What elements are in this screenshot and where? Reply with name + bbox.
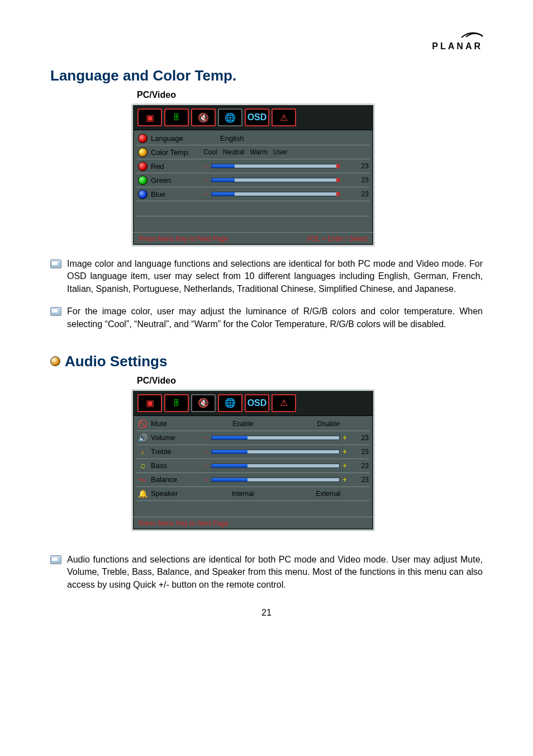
slider-volume[interactable]: − + bbox=[203, 436, 348, 440]
row-bass[interactable]: ♫ Bass − + 23 bbox=[136, 459, 370, 472]
label-blue: Blue bbox=[151, 190, 200, 199]
bass-icon: ♫ bbox=[137, 461, 147, 471]
value-blue: 23 bbox=[353, 190, 369, 198]
plus-icon: + bbox=[342, 434, 348, 442]
opt-warm[interactable]: Warm bbox=[250, 148, 268, 156]
slider-green[interactable]: − + bbox=[203, 178, 348, 182]
tab-info-icon[interactable]: ⚠ bbox=[272, 394, 296, 412]
subhead-pc-video-2: PC/Video bbox=[137, 376, 483, 386]
opt-external[interactable]: External bbox=[316, 490, 340, 498]
minus-icon: − bbox=[203, 434, 209, 442]
tab-picture-icon[interactable]: ▣ bbox=[137, 108, 162, 126]
label-colortemp: Color Temp. bbox=[151, 148, 200, 157]
label-treble: Treble bbox=[151, 447, 200, 456]
osd-audio: ▣ 🎚 🔇 🌐 OSD ⚠ 🚫 Mute Enable Disable 🔊 Vo… bbox=[131, 389, 375, 531]
label-balance: Balance bbox=[151, 475, 200, 484]
value-treble: 23 bbox=[353, 448, 369, 456]
row-mute[interactable]: 🚫 Mute Enable Disable bbox=[136, 417, 370, 431]
osd1-footer-left: Press Menu Key to Next Page bbox=[139, 235, 229, 243]
opt-internal[interactable]: Internal bbox=[231, 490, 254, 498]
slider-bass[interactable]: − + bbox=[203, 464, 348, 468]
value-balance: 23 bbox=[353, 476, 369, 484]
opt-user[interactable]: User bbox=[273, 148, 287, 156]
label-bass: Bass bbox=[151, 461, 200, 470]
value-volume: 23 bbox=[353, 434, 369, 442]
label-green: Green bbox=[151, 176, 200, 185]
section-title-language-color: Language and Color Temp. bbox=[50, 67, 483, 84]
colortemp-options: Cool Neutral Warm User bbox=[203, 148, 369, 156]
sphere-icon bbox=[137, 133, 147, 143]
plus-icon: + bbox=[342, 448, 348, 456]
subhead-pc-video-1: PC/Video bbox=[137, 90, 483, 100]
tab-picture-icon[interactable]: ▣ bbox=[137, 394, 162, 412]
minus-icon: − bbox=[203, 448, 209, 456]
section-bullet-icon bbox=[50, 356, 60, 366]
label-volume: Volume bbox=[151, 433, 200, 442]
volume-icon: 🔊 bbox=[137, 433, 147, 443]
minus-icon: − bbox=[203, 476, 209, 484]
value-green: 23 bbox=[353, 176, 369, 184]
row-treble[interactable]: ♪ Treble − + 23 bbox=[136, 445, 370, 459]
label-speaker: Speaker bbox=[151, 489, 200, 498]
opt-neutral[interactable]: Neutral bbox=[223, 148, 245, 156]
tab-adjust-icon[interactable]: 🎚 bbox=[164, 394, 189, 412]
minus-icon: − bbox=[203, 176, 209, 184]
note-icon bbox=[50, 307, 61, 316]
tab-globe-icon[interactable]: 🌐 bbox=[218, 108, 242, 126]
tab-osd-icon[interactable]: OSD bbox=[245, 108, 269, 126]
page-number: 21 bbox=[50, 608, 483, 618]
paragraph-audio-note: Audio functions and selections are ident… bbox=[67, 554, 483, 591]
value-language: English bbox=[220, 134, 244, 143]
label-red: Red bbox=[151, 162, 200, 171]
tab-audio-icon[interactable]: 🔇 bbox=[191, 394, 216, 412]
brand-text: PLANAR bbox=[432, 41, 483, 51]
row-colortemp[interactable]: Color Temp. Cool Neutral Warm User bbox=[136, 145, 370, 159]
treble-icon: ♪ bbox=[137, 447, 147, 457]
osd2-tabs: ▣ 🎚 🔇 🌐 OSD ⚠ bbox=[133, 391, 373, 416]
balance-icon: ⇋ bbox=[137, 475, 147, 485]
value-bass: 23 bbox=[353, 462, 369, 470]
plus-icon: + bbox=[342, 462, 348, 470]
green-orb-icon bbox=[137, 175, 147, 185]
tab-info-icon[interactable]: ⚠ bbox=[272, 108, 296, 126]
row-red[interactable]: Red − + 23 bbox=[136, 159, 370, 173]
brand-logo: PLANAR bbox=[432, 34, 483, 51]
opt-cool[interactable]: Cool bbox=[203, 148, 217, 156]
slider-red[interactable]: − + bbox=[203, 164, 348, 168]
paragraph-language-note: Image color and language functions and s… bbox=[67, 258, 483, 295]
slider-blue[interactable]: − + bbox=[203, 192, 348, 196]
row-volume[interactable]: 🔊 Volume − + 23 bbox=[136, 431, 370, 445]
note-icon bbox=[50, 555, 61, 564]
blue-orb-icon bbox=[137, 189, 147, 199]
minus-icon: − bbox=[203, 190, 209, 198]
slider-treble[interactable]: − + bbox=[203, 450, 348, 454]
section-title-audio: Audio Settings bbox=[65, 353, 167, 370]
row-language[interactable]: Language English bbox=[136, 131, 370, 145]
row-balance[interactable]: ⇋ Balance − + 23 bbox=[136, 472, 370, 486]
label-language: Language bbox=[151, 134, 200, 143]
osd1-tabs: ▣ 🎚 🔇 🌐 OSD ⚠ bbox=[133, 105, 373, 130]
mute-icon: 🚫 bbox=[137, 419, 147, 429]
paragraph-color-note: For the image color, user may adjust the… bbox=[67, 305, 483, 330]
label-mute: Mute bbox=[151, 419, 200, 428]
tab-osd-icon[interactable]: OSD bbox=[245, 394, 269, 412]
slider-balance[interactable]: − + bbox=[203, 478, 348, 482]
opt-enable[interactable]: Enable bbox=[232, 420, 253, 428]
palette-icon bbox=[137, 147, 147, 157]
row-green[interactable]: Green − + 23 bbox=[136, 173, 370, 187]
row-blue[interactable]: Blue − + 23 bbox=[136, 187, 370, 201]
plus-icon: + bbox=[342, 476, 348, 484]
tab-adjust-icon[interactable]: 🎚 bbox=[164, 108, 189, 126]
osd2-footer-left: Press Menu Key to Next Page bbox=[139, 519, 229, 527]
opt-disable[interactable]: Disable bbox=[317, 420, 340, 428]
tab-audio-icon[interactable]: 🔇 bbox=[191, 108, 216, 126]
minus-icon: − bbox=[203, 162, 209, 170]
tab-globe-icon[interactable]: 🌐 bbox=[218, 394, 242, 412]
value-red: 23 bbox=[353, 162, 369, 170]
row-speaker[interactable]: 🔔 Speaker Internal External bbox=[136, 486, 370, 500]
speaker-icon: 🔔 bbox=[137, 489, 147, 499]
red-orb-icon bbox=[137, 161, 147, 171]
note-icon bbox=[50, 259, 61, 268]
osd1-footer-right: VOL > Enter / Select bbox=[307, 235, 368, 243]
minus-icon: − bbox=[203, 462, 209, 470]
